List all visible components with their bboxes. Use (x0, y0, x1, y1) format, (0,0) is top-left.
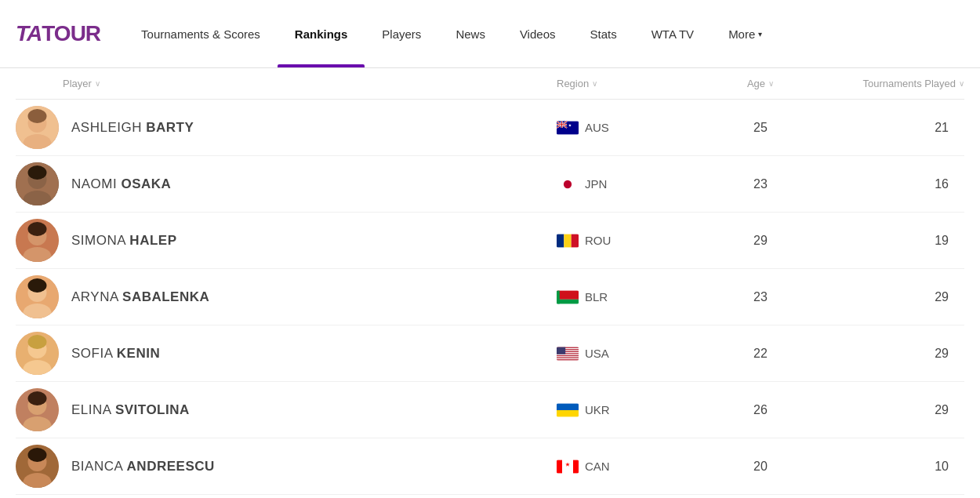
region-code: JPN (585, 177, 607, 191)
age-cell: 29 (713, 234, 808, 248)
nav-item-videos[interactable]: Videos (503, 0, 573, 67)
player-first-name: ELINA (71, 402, 115, 417)
region-cell: JPN (557, 177, 713, 191)
svg-point-24 (28, 222, 47, 236)
col-header-tournaments[interactable]: Tournaments Played ∨ (808, 78, 964, 89)
svg-point-38 (28, 335, 47, 349)
table-row[interactable]: ASHLEIGH BARTY AUS 25 21 (16, 100, 964, 156)
player-info: NAOMI OSAKA (16, 162, 557, 205)
player-info: ASHLEIGH BARTY (16, 106, 557, 149)
col-header-player[interactable]: Player ∨ (16, 78, 557, 89)
player-last-name: ANDREESCU (127, 459, 215, 474)
nav-item-stats[interactable]: Stats (572, 0, 633, 67)
tournaments-cell: 19 (808, 234, 964, 248)
table-row[interactable]: SOFIA KENIN USA 22 29 (16, 325, 964, 382)
nav-item-news[interactable]: News (438, 0, 503, 67)
avatar (16, 275, 59, 318)
tournaments-cell: 21 (808, 121, 964, 135)
flag-icon (557, 403, 579, 417)
nav-item-rankings[interactable]: Rankings (278, 0, 365, 67)
tournaments-cell: 16 (808, 177, 964, 191)
sort-icon-player: ∨ (95, 79, 100, 88)
logo[interactable]: TATOUR (16, 21, 100, 46)
player-last-name: KENIN (117, 346, 160, 361)
col-header-age[interactable]: Age ∨ (713, 78, 808, 89)
table-row[interactable]: ELINA SVITOLINA UKR 26 29 (16, 382, 964, 438)
age-cell: 23 (713, 177, 808, 191)
svg-rect-57 (557, 460, 562, 473)
player-last-name: HALEP (129, 233, 176, 248)
table-row[interactable]: NAOMI OSAKA JPN 23 16 (16, 156, 964, 213)
nav-item-videos-label: Videos (520, 27, 556, 41)
nav-items: Tournaments & Scores Rankings Players Ne… (124, 0, 964, 67)
logo-text: TATOUR (16, 21, 100, 46)
player-name: ASHLEIGH BARTY (71, 120, 194, 136)
nav-item-players[interactable]: Players (365, 0, 438, 67)
flag-icon (557, 121, 579, 135)
col-player-label: Player (63, 78, 92, 89)
region-code: AUS (585, 121, 609, 134)
col-header-region[interactable]: Region ∨ (557, 78, 713, 89)
col-age-label: Age (747, 78, 765, 89)
svg-point-50 (28, 391, 47, 405)
player-first-name: BIANCA (71, 459, 127, 474)
nav-item-tournaments[interactable]: Tournaments & Scores (124, 0, 278, 67)
svg-rect-46 (557, 347, 565, 354)
player-first-name: ARYNA (71, 289, 122, 304)
age-cell: 25 (713, 121, 808, 135)
age-cell: 22 (713, 347, 808, 361)
player-first-name: SIMONA (71, 233, 129, 248)
tournaments-cell: 29 (808, 290, 964, 304)
nav-item-more-label: More (728, 27, 755, 41)
tournaments-cell: 29 (808, 403, 964, 417)
player-first-name: SOFIA (71, 346, 117, 361)
avatar (16, 445, 59, 488)
svg-rect-59 (562, 460, 573, 473)
player-last-name: BARTY (146, 120, 194, 135)
table-row[interactable]: SIMONA HALEP ROU 29 19 (16, 213, 964, 269)
tournaments-cell: 10 (808, 460, 964, 474)
rankings-table-container: Player ∨ Region ∨ Age ∨ Tournaments Play… (0, 68, 980, 495)
svg-rect-45 (557, 358, 579, 358)
sort-icon-age: ∨ (768, 79, 774, 88)
player-info: ARYNA SABALENKA (16, 275, 557, 318)
svg-rect-32 (557, 290, 579, 299)
region-cell: AUS (557, 121, 713, 135)
table-row[interactable]: BIANCA ANDREESCU CAN 20 10 (16, 438, 964, 495)
region-code: BLR (585, 290, 608, 304)
flag-icon (557, 290, 579, 304)
player-name: ELINA SVITOLINA (71, 402, 190, 418)
region-cell: BLR (557, 290, 713, 304)
svg-point-31 (28, 278, 47, 293)
region-cell: CAN (557, 460, 713, 474)
svg-rect-34 (557, 290, 560, 304)
player-first-name: ASHLEIGH (71, 120, 146, 135)
avatar (16, 332, 59, 375)
avatar (16, 106, 59, 149)
nav-item-more[interactable]: More ▾ (711, 0, 779, 67)
svg-rect-44 (557, 356, 579, 357)
sort-icon-region: ∨ (592, 79, 597, 88)
table-row[interactable]: ARYNA SABALENKA BLR 23 29 (16, 269, 964, 325)
region-cell: ROU (557, 234, 713, 248)
nav-item-wtatv[interactable]: WTA TV (634, 0, 711, 67)
svg-rect-33 (557, 299, 579, 304)
region-cell: USA (557, 347, 713, 361)
region-code: CAN (585, 460, 610, 473)
nav-item-stats-label: Stats (590, 27, 616, 41)
flag-icon (557, 177, 579, 191)
flag-icon (557, 460, 579, 474)
nav-item-news-label: News (456, 27, 485, 41)
player-name: SIMONA HALEP (71, 233, 176, 249)
svg-rect-26 (564, 234, 571, 247)
svg-rect-52 (557, 410, 579, 416)
age-cell: 20 (713, 460, 808, 474)
player-info: ELINA SVITOLINA (16, 388, 557, 431)
region-code: USA (585, 347, 609, 360)
svg-rect-25 (557, 234, 564, 247)
nav-item-tournaments-label: Tournaments & Scores (141, 27, 260, 41)
svg-point-3 (28, 109, 47, 123)
avatar (16, 219, 59, 262)
table-header: Player ∨ Region ∨ Age ∨ Tournaments Play… (16, 68, 964, 100)
player-name: NAOMI OSAKA (71, 176, 171, 192)
